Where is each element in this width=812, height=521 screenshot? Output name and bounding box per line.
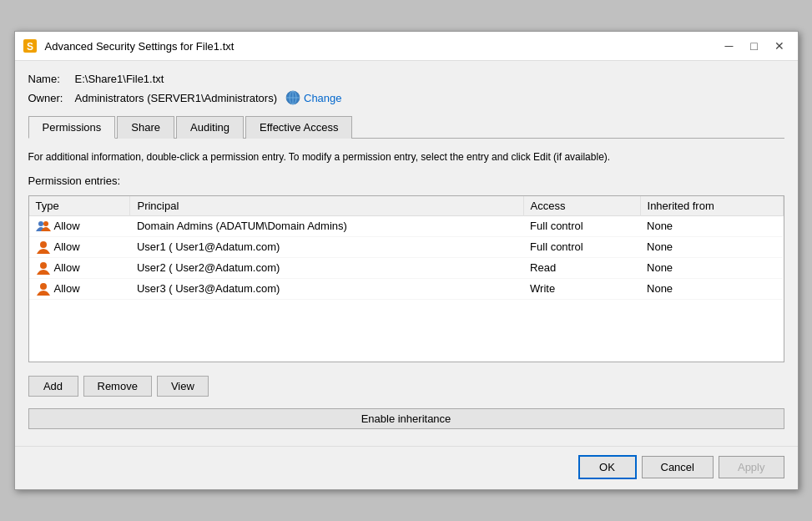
tab-bar: Permissions Share Auditing Effective Acc… (28, 115, 784, 139)
inherited-cell: None (640, 278, 783, 299)
access-cell: Full control (523, 236, 640, 257)
col-type: Type (29, 196, 130, 216)
inherited-cell: None (640, 236, 783, 257)
type-cell-text: Allow (54, 282, 80, 295)
view-button[interactable]: View (157, 376, 209, 397)
type-cell-text: Allow (54, 240, 80, 253)
close-button[interactable]: ✕ (768, 37, 791, 55)
access-cell: Write (523, 278, 640, 299)
principal-cell: User3 ( User3@Adatum.com) (130, 278, 523, 299)
description-text: For additional information, double-click… (28, 150, 784, 164)
minimize-button[interactable]: ─ (718, 37, 741, 55)
permission-table-container[interactable]: Type Principal Access Inherited from All… (28, 195, 784, 362)
owner-row: Owner: Administrators (SERVER1\Administr… (28, 90, 784, 105)
table-header-row: Type Principal Access Inherited from (29, 196, 784, 216)
window-icon: S (22, 38, 38, 54)
principal-cell: Domain Admins (ADATUM\Domain Admins) (130, 215, 523, 236)
col-principal: Principal (130, 196, 523, 216)
type-cell-text: Allow (54, 220, 80, 232)
window-title: Advanced Security Settings for File1.txt (45, 40, 711, 53)
svg-point-10 (40, 283, 47, 290)
cancel-button[interactable]: Cancel (642, 456, 714, 478)
group-icon (36, 219, 51, 234)
remove-button[interactable]: Remove (83, 376, 152, 397)
principal-cell: User1 ( User1@Adatum.com) (130, 236, 523, 257)
inherited-cell: None (640, 215, 783, 236)
svg-point-8 (40, 241, 47, 248)
shield-globe-icon (285, 90, 300, 105)
tab-effective-access[interactable]: Effective Access (245, 116, 352, 139)
name-label: Name: (28, 73, 70, 85)
maximize-button[interactable]: □ (743, 37, 766, 55)
change-button[interactable]: Change (282, 90, 345, 105)
svg-point-7 (43, 221, 48, 226)
table-row[interactable]: AllowUser1 ( User1@Adatum.com)Full contr… (29, 236, 784, 257)
owner-label: Owner: (28, 92, 70, 104)
apply-button[interactable]: Apply (719, 456, 784, 478)
title-bar: S Advanced Security Settings for File1.t… (15, 32, 798, 61)
principal-cell: User2 ( User2@Adatum.com) (130, 257, 523, 278)
owner-value: Administrators (SERVER1\Administrators) (75, 92, 278, 104)
add-button[interactable]: Add (28, 376, 78, 397)
user-icon (36, 281, 51, 296)
tab-share[interactable]: Share (117, 116, 174, 139)
svg-point-9 (40, 262, 47, 269)
main-window: S Advanced Security Settings for File1.t… (14, 31, 799, 490)
action-buttons: Add Remove View (28, 376, 784, 397)
type-cell-text: Allow (54, 261, 80, 274)
enable-inheritance-button[interactable]: Enable inheritance (28, 408, 784, 429)
name-value: E:\Share1\File1.txt (75, 73, 164, 85)
table-row[interactable]: AllowUser2 ( User2@Adatum.com)ReadNone (29, 257, 784, 278)
col-access: Access (523, 196, 640, 216)
permission-table: Type Principal Access Inherited from All… (29, 196, 784, 300)
tab-auditing[interactable]: Auditing (176, 116, 244, 139)
svg-point-6 (38, 221, 43, 226)
window-controls: ─ □ ✕ (718, 37, 791, 55)
perm-entries-label: Permission entries: (28, 175, 784, 187)
main-content: Name: E:\Share1\File1.txt Owner: Adminis… (15, 61, 798, 438)
access-cell: Full control (523, 215, 640, 236)
access-cell: Read (523, 257, 640, 278)
user-icon (36, 260, 51, 276)
col-inherited: Inherited from (640, 196, 783, 216)
table-row[interactable]: AllowUser3 ( User3@Adatum.com)WriteNone (29, 278, 784, 299)
svg-text:S: S (26, 41, 33, 53)
name-row: Name: E:\Share1\File1.txt (28, 73, 784, 85)
user-icon (36, 240, 51, 255)
change-label: Change (304, 92, 342, 104)
footer: OK Cancel Apply (15, 446, 798, 489)
inherited-cell: None (640, 257, 783, 278)
table-row[interactable]: AllowDomain Admins (ADATUM\Domain Admins… (29, 215, 784, 236)
tab-permissions[interactable]: Permissions (28, 116, 116, 139)
ok-button[interactable]: OK (578, 455, 637, 479)
